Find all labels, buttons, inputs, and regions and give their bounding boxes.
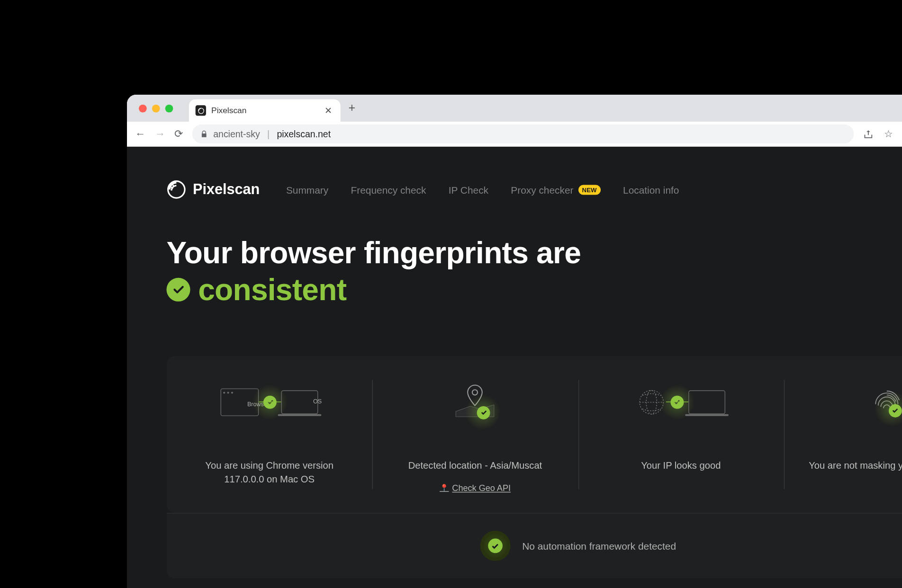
nav-frequency[interactable]: Frequency check (351, 184, 426, 195)
new-badge: NEW (578, 184, 601, 194)
logo-icon (166, 179, 186, 199)
nav-proxy[interactable]: Proxy checker NEW (511, 184, 600, 195)
card-browser-os-text: You are using Chrome version 117.0.0.0 o… (186, 458, 352, 487)
check-geo-api-link[interactable]: 📍 Check Geo API (439, 483, 510, 493)
share-icon[interactable] (863, 128, 873, 139)
card-ip: Your IP looks good (578, 375, 784, 493)
card-location: Detected location - Asia/Muscat 📍 Check … (372, 375, 577, 493)
address-bar[interactable]: ancient-sky | pixelscan.net (192, 124, 854, 143)
logo[interactable]: Pixelscan (166, 179, 260, 199)
card-fingerprint: You are not masking your fingerprint. (784, 375, 902, 493)
nav-ip[interactable]: IP Check (448, 184, 488, 195)
browser-tab[interactable]: Pixelscan ✕ (189, 99, 340, 121)
toolbar: ← → ⟳ ancient-sky | pixelscan.net ☆ ⋮ (127, 122, 902, 147)
summary-cards: Browser OS You are using (166, 356, 902, 513)
nav-location[interactable]: Location info (623, 184, 679, 195)
bookmark-icon[interactable]: ☆ (884, 128, 893, 140)
forward-button[interactable]: → (154, 127, 165, 140)
main-nav: Summary Frequency check IP Check Proxy c… (286, 184, 678, 195)
window-controls (139, 104, 173, 112)
automation-check-icon (480, 531, 510, 561)
back-button[interactable]: ← (135, 127, 145, 140)
nav-summary[interactable]: Summary (286, 184, 328, 195)
card-ip-text: Your IP looks good (641, 458, 721, 472)
status-check-icon (166, 277, 190, 301)
check-icon (477, 406, 490, 419)
url-domain: pixelscan.net (277, 128, 331, 139)
url-prefix: ancient-sky (213, 128, 260, 139)
nav-proxy-label: Proxy checker (511, 184, 573, 195)
hero-title: Your browser fingerprints are (166, 236, 581, 270)
lock-icon (200, 130, 208, 138)
card-browser-os: Browser OS You are using (166, 375, 372, 493)
window-minimize-button[interactable] (152, 104, 160, 112)
automation-status: No automation framework detected (166, 513, 902, 578)
hero: Your browser fingerprints are consistent… (166, 236, 902, 307)
pin-icon: 📍 (439, 484, 448, 492)
os-label: OS (299, 398, 335, 404)
svg-point-5 (472, 389, 478, 394)
window-maximize-button[interactable] (165, 104, 173, 112)
browser-window: Pixelscan ✕ + ⌄ ← → ⟳ ancient-sky | pixe… (127, 95, 902, 588)
site-header: Pixelscan Summary Frequency check IP Che… (166, 146, 902, 212)
tab-favicon (195, 105, 206, 116)
logo-text: Pixelscan (193, 181, 260, 198)
page-content: Our Manifest Pixelscan Summary (127, 146, 902, 588)
card-location-text: Detected location - Asia/Muscat (408, 458, 542, 472)
laptop-icon: OS (281, 390, 318, 413)
reload-button[interactable]: ⟳ (174, 127, 183, 140)
window-close-button[interactable] (139, 104, 147, 112)
status-word: consistent (198, 271, 346, 307)
tab-bar: Pixelscan ✕ + ⌄ (127, 95, 902, 122)
automation-text: No automation framework detected (522, 540, 676, 552)
card-fingerprint-text: You are not masking your fingerprint. (809, 458, 902, 472)
check-icon (888, 404, 902, 417)
new-tab-button[interactable]: + (348, 101, 355, 115)
laptop-icon (688, 390, 725, 413)
geo-link-label: Check Geo API (452, 483, 511, 493)
tab-close-icon[interactable]: ✕ (323, 104, 334, 117)
tab-title: Pixelscan (211, 106, 318, 115)
